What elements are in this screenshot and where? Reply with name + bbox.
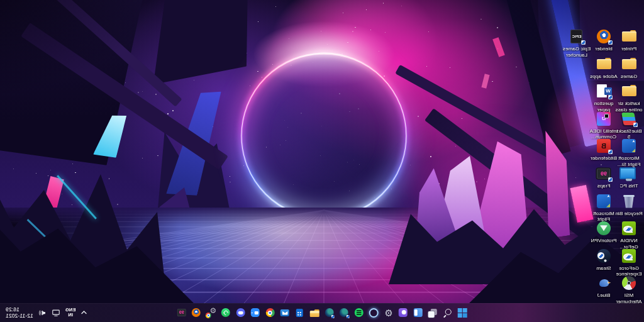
mail-icon[interactable] bbox=[280, 308, 291, 318]
widgets-button[interactable] bbox=[413, 308, 423, 318]
language-line2: IN bbox=[68, 313, 73, 318]
ring-app-icon[interactable] bbox=[369, 308, 379, 318]
tray-chevron-icon[interactable] bbox=[80, 309, 87, 316]
blender-icon bbox=[596, 29, 612, 44]
decor bbox=[82, 311, 86, 314]
nvidia-icon bbox=[621, 221, 637, 236]
desktop-icon-recycle-bin[interactable]: Recycle Bin bbox=[614, 194, 643, 217]
desktop-icon-microsoft-flight-si[interactable]: Microsoft Flight Si... bbox=[614, 138, 643, 167]
msfs-icon bbox=[596, 194, 612, 209]
decor bbox=[631, 148, 635, 152]
steam-icon bbox=[596, 248, 612, 264]
desktop-icon-microsoft-flight-simu[interactable]: Microsoft Flight Simu... bbox=[589, 194, 618, 223]
language-indicator[interactable]: ENG IN bbox=[65, 308, 76, 318]
desktop-icon-geforce-experience[interactable]: GeForce Experience bbox=[614, 248, 643, 277]
recycle-icon bbox=[621, 194, 637, 209]
proton-icon bbox=[596, 221, 612, 236]
taskbar: 99 ENG IN bbox=[0, 303, 644, 322]
whatsapp-icon[interactable] bbox=[221, 308, 231, 318]
start-button[interactable] bbox=[457, 308, 468, 318]
desktop-icon-msi-afterburner[interactable]: MSI Afterburner bbox=[614, 275, 643, 304]
desktop-icon-label: Recycle Bin bbox=[614, 211, 643, 217]
chrome-icon[interactable] bbox=[265, 308, 275, 318]
desktop-icon-label: Epic Games Launcher bbox=[562, 46, 591, 58]
desktop-icon-grid: Printer Games kartick sir online class B… bbox=[0, 0, 644, 322]
desktop-icon-printer[interactable]: Printer bbox=[614, 29, 643, 52]
network-icon[interactable] bbox=[52, 309, 60, 317]
decor bbox=[39, 310, 41, 314]
desktop-icon-intellij-idea-commun[interactable]: IJ IntelliJ IDEA Commun... bbox=[589, 111, 618, 140]
desktop-icon-fraps[interactable]: 99 Fraps bbox=[589, 166, 618, 189]
spotify-icon[interactable] bbox=[353, 308, 364, 318]
decor: 99 bbox=[177, 309, 186, 316]
bluej-icon bbox=[596, 275, 612, 291]
desktop-icon-bluestacks-5[interactable]: BlueStacks 5 bbox=[614, 111, 643, 140]
taskbar-icon-row: 99 bbox=[176, 303, 468, 322]
task-view-button[interactable] bbox=[428, 308, 438, 318]
desktop-icon-blender[interactable]: blender bbox=[589, 29, 618, 52]
decor bbox=[53, 310, 59, 314]
flight-simulator-icon-2[interactable] bbox=[339, 308, 350, 318]
ethernet-icon bbox=[52, 309, 60, 317]
desktop-icon-steam[interactable]: Steam bbox=[589, 248, 618, 272]
zoom-icon[interactable] bbox=[250, 308, 261, 318]
msfs-icon bbox=[621, 138, 637, 153]
desktop-icon-bitdefender[interactable]: B Bitdefender bbox=[589, 138, 618, 162]
desktop-icon-label: Steam bbox=[589, 265, 618, 272]
desktop-icon-protonvpn[interactable]: ProtonVPN bbox=[589, 221, 618, 244]
discord-icon[interactable] bbox=[235, 308, 246, 318]
intellij-icon: IJ bbox=[596, 111, 612, 126]
microsoft-store-icon[interactable] bbox=[294, 308, 305, 318]
decor: IJ bbox=[602, 116, 606, 121]
desktop-icon-adobe-apps[interactable]: Adobe apps bbox=[589, 57, 618, 80]
speaker-icon bbox=[38, 309, 47, 317]
folder-icon bbox=[621, 57, 637, 72]
desktop-icon-label: Bitdefender bbox=[589, 155, 618, 162]
msi-icon bbox=[621, 275, 637, 291]
frapsd-icon: 99 bbox=[596, 166, 612, 181]
decor bbox=[42, 310, 45, 315]
desktop-icon-question-paper-debe[interactable]: W question paper debe... bbox=[589, 84, 618, 113]
desktop-icon-this-pc[interactable]: This PC bbox=[614, 166, 643, 189]
desktop-icon-nvidia-gefor[interactable]: NVIDIA GeFor... bbox=[614, 221, 643, 250]
file-explorer-icon[interactable] bbox=[309, 308, 320, 318]
decor: B bbox=[601, 142, 606, 150]
epic-icon: EPIC bbox=[569, 29, 585, 44]
settings-app-icon[interactable] bbox=[383, 308, 394, 318]
word-icon: W bbox=[596, 84, 612, 99]
thispc-icon bbox=[621, 166, 637, 181]
chat-button[interactable] bbox=[398, 308, 409, 318]
decor: W bbox=[604, 87, 612, 95]
geforce-icon bbox=[621, 248, 637, 264]
folder-icon bbox=[621, 29, 637, 44]
desktop-icon-label: This PC bbox=[614, 183, 643, 189]
volume-icon[interactable] bbox=[38, 309, 47, 317]
fraps-icon[interactable]: 99 bbox=[176, 308, 187, 318]
system-tray: ENG IN 16:29 12-11-2021 bbox=[0, 303, 87, 322]
decor: 99 bbox=[597, 169, 611, 179]
desktop-icon-label: Fraps bbox=[589, 183, 618, 189]
bitdef-icon: B bbox=[596, 138, 612, 153]
desktop-icon-kartick-sir-online-class[interactable]: kartick sir online class bbox=[614, 84, 643, 113]
search-button[interactable] bbox=[442, 308, 453, 318]
folder-icon bbox=[596, 57, 612, 72]
desktop-icon-games[interactable]: Games bbox=[614, 57, 643, 80]
folder-icon bbox=[621, 84, 637, 99]
desktop-screen: Printer Games kartick sir online class B… bbox=[0, 0, 644, 322]
desktop-icon-label: BlueJ bbox=[589, 292, 618, 299]
desktop-icon-label: Adobe apps bbox=[589, 74, 618, 80]
decor bbox=[606, 204, 610, 208]
desktop-icon-label: ProtonVPN bbox=[589, 238, 618, 244]
desktop-icon-label: blender bbox=[589, 46, 618, 52]
desktop-icon-label: Games bbox=[614, 74, 643, 80]
clock-date: 12-11-2021 bbox=[6, 313, 33, 319]
clock[interactable]: 16:29 12-11-2021 bbox=[6, 306, 33, 319]
blender-icon[interactable] bbox=[191, 308, 202, 318]
desktop-icon-bluej[interactable]: BlueJ bbox=[589, 275, 618, 299]
flight-simulator-icon-1[interactable] bbox=[324, 308, 335, 318]
bluestacks-icon bbox=[621, 111, 637, 126]
chrome-gears-icon[interactable] bbox=[206, 308, 216, 318]
decor: EPIC bbox=[571, 30, 583, 43]
clock-time: 16:29 bbox=[6, 306, 33, 313]
desktop-icon-epic-games-launcher[interactable]: EPIC Epic Games Launcher bbox=[562, 29, 591, 58]
